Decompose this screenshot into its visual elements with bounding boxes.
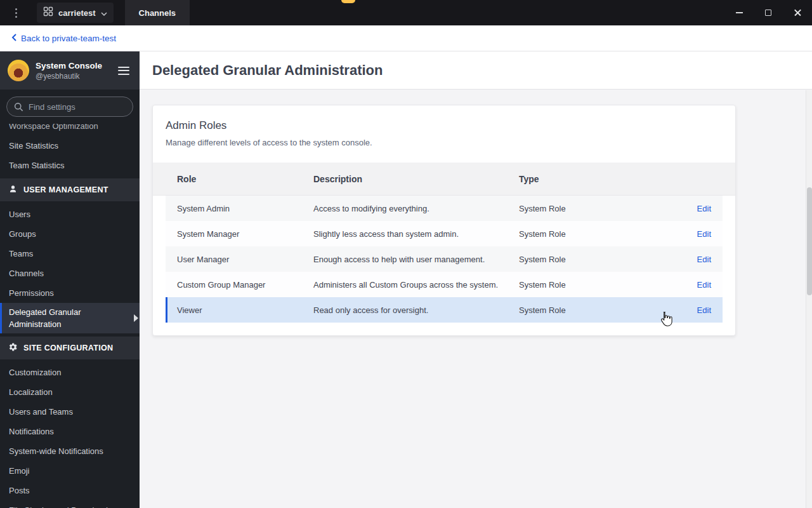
content-area: Admin Roles Manage different levels of a… [140, 90, 812, 508]
page-header: Delegated Granular Administration [140, 51, 812, 90]
sidebar-item-notifications[interactable]: Notifications [0, 422, 140, 441]
avatar [8, 60, 29, 81]
edit-link[interactable]: Edit [697, 204, 711, 213]
sidebar-item-file-sharing-and-downloads[interactable]: File Sharing and Downloads [0, 500, 140, 508]
type-cell: System Role [519, 229, 697, 239]
description-cell: Read only access for oversight. [313, 305, 519, 315]
main-content: Delegated Granular Administration Admin … [140, 51, 812, 508]
close-button[interactable] [783, 0, 812, 25]
sidebar-search [0, 90, 140, 124]
people-icon [8, 184, 18, 196]
section-user-management-label: USER MANAGEMENT [23, 185, 108, 194]
chevron-down-icon [101, 7, 107, 18]
description-cell: Access to modifying everything. [313, 204, 519, 213]
window-controls [724, 0, 812, 25]
sidebar-item-delegated-granular-administration[interactable]: Delegated Granular Administration [0, 303, 140, 333]
sidebar-item-team-statistics[interactable]: Team Statistics [0, 156, 140, 175]
scrollbar-thumb[interactable] [807, 187, 812, 295]
roles-table: System Admin Access to modifying everyth… [166, 196, 723, 323]
panel-title: Admin Roles [166, 119, 723, 132]
tab-channels[interactable]: Channels [125, 0, 190, 25]
console-username: @yesbhautik [36, 72, 102, 81]
sidebar-header: System Console @yesbhautik [0, 51, 140, 90]
table-row-viewer: Viewer Read only access for oversight. S… [166, 297, 723, 323]
back-link[interactable]: Back to private-team-test [11, 34, 116, 43]
table-row-user-manager: User Manager Enough access to help with … [166, 246, 723, 272]
sidebar-item-users[interactable]: Users [0, 204, 140, 224]
description-cell: Enough access to help with user manageme… [313, 255, 519, 264]
console-title: System Console [36, 61, 102, 70]
role-cell: Custom Group Manager [177, 280, 313, 290]
role-cell: Viewer [177, 305, 313, 315]
team-name: carrietest [58, 8, 96, 18]
sidebar-nav: Workspace Optimization Site Statistics T… [0, 124, 140, 508]
panel-subtitle: Manage different levels of access to the… [166, 138, 723, 147]
hamburger-menu-icon[interactable] [115, 64, 132, 77]
sidebar-item-permissions[interactable]: Permissions [0, 283, 140, 303]
column-description: Description [313, 174, 519, 184]
team-selector[interactable]: carrietest [37, 3, 114, 23]
app-menu-icon[interactable] [6, 8, 25, 18]
admin-roles-panel: Admin Roles Manage different levels of a… [152, 105, 736, 336]
edit-link[interactable]: Edit [697, 280, 711, 290]
minimize-button[interactable] [724, 0, 754, 25]
type-cell: System Role [519, 305, 697, 315]
sidebar-item-groups[interactable]: Groups [0, 224, 140, 244]
role-cell: User Manager [177, 255, 313, 264]
sidebar-item-label: Delegated Granular Administration [9, 306, 129, 330]
sidebar-item-posts[interactable]: Posts [0, 481, 140, 500]
table-row-custom-group-manager: Custom Group Manager Administers all Cus… [166, 272, 723, 297]
selected-item-caret-icon [134, 314, 138, 322]
role-cell: System Admin [177, 204, 313, 213]
sidebar-item-channels[interactable]: Channels [0, 264, 140, 283]
sidebar-item-teams[interactable]: Teams [0, 244, 140, 264]
tab-channels-label: Channels [139, 8, 176, 18]
section-user-management: USER MANAGEMENT [0, 178, 140, 201]
search-icon [14, 102, 23, 114]
type-cell: System Role [519, 280, 697, 290]
column-type: Type [519, 174, 673, 184]
gear-icon [8, 342, 18, 354]
edit-link[interactable]: Edit [697, 305, 711, 315]
vertical-scrollbar [806, 90, 812, 508]
sidebar-item-system-wide-notifications[interactable]: System-wide Notifications [0, 441, 140, 461]
back-link-label: Back to private-team-test [21, 34, 116, 43]
sidebar-item-emoji[interactable]: Emoji [0, 461, 140, 481]
search-input[interactable] [6, 97, 133, 117]
back-bar: Back to private-team-test [0, 25, 812, 51]
system-console-sidebar: System Console @yesbhautik Workspace Opt… [0, 51, 140, 508]
section-site-configuration: SITE CONFIGURATION [0, 337, 140, 359]
maximize-button[interactable] [754, 0, 783, 25]
type-cell: System Role [519, 204, 697, 213]
section-site-configuration-label: SITE CONFIGURATION [23, 344, 113, 352]
type-cell: System Role [519, 255, 697, 264]
edit-link[interactable]: Edit [697, 229, 711, 239]
chevron-left-icon [11, 34, 16, 43]
window-titlebar: carrietest Channels [0, 0, 812, 25]
table-header-row: Role Description Type [153, 163, 735, 196]
sidebar-item-site-statistics[interactable]: Site Statistics [0, 136, 140, 156]
sidebar-item-localization[interactable]: Localization [0, 382, 140, 402]
column-role: Role [177, 174, 313, 184]
app-window: carrietest Channels Back to private-team… [0, 0, 812, 508]
table-row-system-admin: System Admin Access to modifying everyth… [166, 196, 723, 221]
edit-link[interactable]: Edit [697, 255, 711, 264]
table-row-system-manager: System Manager Slightly less access than… [166, 221, 723, 246]
sidebar-item-workspace-optimization[interactable]: Workspace Optimization [0, 124, 140, 136]
grid-icon [43, 6, 53, 19]
role-cell: System Manager [177, 229, 313, 239]
page-title: Delegated Granular Administration [152, 62, 383, 79]
description-cell: Slightly less access than system admin. [313, 229, 519, 239]
cropped-banner-peek [341, 0, 355, 3]
sidebar-item-users-and-teams[interactable]: Users and Teams [0, 402, 140, 422]
description-cell: Administers all Custom Groups across the… [313, 280, 519, 290]
sidebar-item-customization[interactable]: Customization [0, 363, 140, 382]
